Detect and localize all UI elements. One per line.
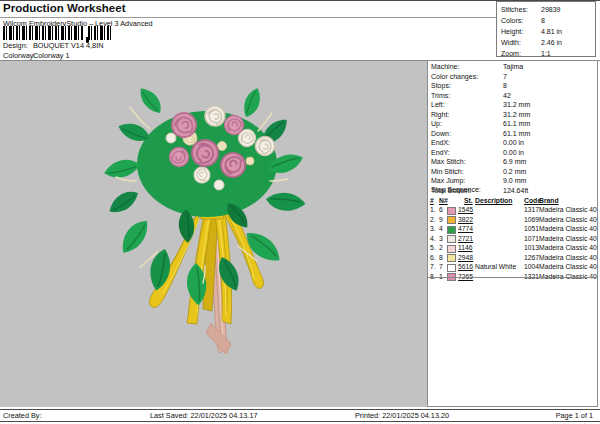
machine-info-row: Right: 31.2 mm (428, 110, 597, 120)
thread-color-swatch (447, 254, 456, 262)
details-column: Machine: Tajima Color changes: 7 Stops: … (427, 61, 598, 407)
thread-description: Natural White (475, 262, 516, 272)
machine-info-value: 0.2 mm (503, 167, 526, 177)
machine-info-label: EndX: (431, 138, 450, 148)
summary-value: 29839 (541, 4, 560, 15)
summary-value: 8 (541, 15, 545, 26)
summary-row: Height: 4.81 in (497, 26, 595, 37)
thread-brand: Madeira Classic 40 (539, 234, 597, 244)
summary-row: Width: 2.46 in (497, 37, 595, 48)
thread-brand: Madeira Classic 40 (539, 253, 597, 263)
printed-text: Printed: 22/01/2025 04.13.20 (355, 411, 449, 420)
machine-info-row: EndX: 0.00 in (428, 138, 597, 148)
design-name: BOUQUET V14 4,8IN (33, 41, 103, 50)
thread-brand: Madeira Classic 40 (539, 224, 597, 234)
thread-stitch-count: 5616 (458, 262, 473, 272)
machine-info-label: Trims: (431, 91, 450, 101)
thread-stitch-count: 1146 (458, 243, 473, 253)
machine-info-value: Tajima (503, 62, 523, 72)
colorway-name: Colorway 1 (33, 51, 70, 60)
summary-label: Zoom: (501, 48, 521, 59)
thread-brand: Madeira Classic 40 (539, 262, 597, 272)
machine-info-value: 8 (503, 81, 507, 91)
thread-code: 1069 (524, 215, 539, 225)
thread-color-swatch (447, 207, 456, 215)
summary-label: Colors: (501, 15, 523, 26)
thread-code: 1071 (524, 234, 539, 244)
machine-info-row: Min Stitch: 0.2 mm (428, 167, 597, 177)
stop-sequence-rows: 1. 6 1545 1317 Madeira Classic 40 2. 9 3… (428, 205, 597, 281)
last-saved-text: Last Saved: 22/01/2025 04.13.17 (150, 411, 258, 420)
thread-code: 1051 (524, 224, 539, 234)
machine-info-value: 42 (503, 91, 511, 101)
thread-stitch-count: 1545 (458, 205, 473, 215)
page-title: Production Worksheet (3, 2, 125, 14)
stop-sequence-bottom-border (428, 277, 597, 278)
stop-sequence-title: Stop Sequence: (431, 186, 481, 193)
thread-code: 1004 (524, 262, 539, 272)
stop-sequence-row: 7. 7 5616 Natural White 1004 Madeira Cla… (428, 262, 597, 272)
machine-info-row: Left: 31.2 mm (428, 100, 597, 110)
summary-value: 2.46 in (541, 37, 562, 48)
created-by-label: Created By: (3, 411, 42, 420)
thread-color-swatch (447, 216, 456, 224)
summary-value: 4.81 in (541, 26, 562, 37)
machine-info-value: 0.00 in (503, 138, 524, 148)
title-underline (0, 17, 496, 18)
summary-label: Height: (501, 26, 523, 37)
machine-info-label: EndY: (431, 148, 450, 158)
machine-info-label: Down: (431, 129, 451, 139)
machine-info-row: Color changes: 7 (428, 72, 597, 82)
design-row: Design: BOUQUET V14 4,8IN (3, 41, 28, 50)
thread-code: 1267 (524, 253, 539, 263)
page-bottom-border (0, 421, 600, 422)
design-preview-area (0, 61, 427, 407)
machine-info-label: Max Jump: (431, 176, 465, 186)
machine-info-label: Right: (431, 110, 449, 120)
thread-brand: Madeira Classic 40 (539, 243, 597, 253)
stop-sequence-row: 3. 4 4774 1051 Madeira Classic 40 (428, 224, 597, 234)
machine-info-row: Max Jump: 9.0 mm (428, 176, 597, 186)
summary-label: Width: (501, 37, 521, 48)
summary-box: Stitches: 29839 Colors: 8 Height: 4.81 i… (496, 1, 596, 57)
design-label: Design: (3, 41, 28, 50)
machine-info-row: Trims: 42 (428, 91, 597, 101)
machine-info-row: Stops: 8 (428, 81, 597, 91)
machine-info-value: 31.2 mm (503, 100, 530, 110)
bouquet-design (0, 61, 427, 407)
machine-info-label: Min Stitch: (431, 167, 464, 177)
machine-info-label: Color changes: (431, 72, 478, 82)
thread-color-swatch (447, 226, 456, 234)
machine-info-row: Up: 61.1 mm (428, 119, 597, 129)
summary-value: 1:1 (541, 48, 551, 59)
thread-brand: Madeira Classic 40 (539, 215, 597, 225)
stop-sequence-row: 2. 9 3822 1069 Madeira Classic 40 (428, 215, 597, 225)
machine-info-row: EndY: 0.00 in (428, 148, 597, 158)
machine-info-value: 31.2 mm (503, 110, 530, 120)
stop-sequence-row: 4. 3 2721 1071 Madeira Classic 40 (428, 234, 597, 244)
summary-row: Colors: 8 (497, 15, 595, 26)
machine-info-row: Machine: Tajima (428, 62, 597, 72)
machine-info-value: 124.64ft (503, 186, 528, 196)
summary-row: Stitches: 29839 (497, 4, 595, 15)
thread-stitch-count: 2721 (458, 234, 473, 244)
machine-info-value: 9.0 mm (503, 176, 526, 186)
thread-color-swatch (447, 235, 456, 243)
machine-info-row: Down: 61.1 mm (428, 129, 597, 139)
machine-info-value: 61.1 mm (503, 129, 530, 139)
thread-color-swatch (447, 264, 456, 272)
production-worksheet-page: Production Worksheet Wilcom EmbroiderySt… (0, 0, 600, 424)
thread-brand: Madeira Classic 40 (539, 205, 597, 215)
machine-info-value: 6.9 mm (503, 157, 526, 167)
thread-color-swatch (447, 245, 456, 253)
design-barcode (3, 26, 113, 40)
machine-info-list: Machine: Tajima Color changes: 7 Stops: … (428, 62, 597, 195)
thread-stitch-count: 4774 (458, 224, 473, 234)
machine-info-label: Max Stitch: (431, 157, 466, 167)
stop-sequence-row: 1. 6 1545 1317 Madeira Classic 40 (428, 205, 597, 215)
summary-label: Stitches: (501, 4, 528, 15)
summary-row: Zoom: 1:1 (497, 48, 595, 59)
machine-info-label: Left: (431, 100, 445, 110)
colorway-row: Colorway: Colorway 1 (3, 51, 35, 60)
machine-info-value: 7 (503, 72, 507, 82)
